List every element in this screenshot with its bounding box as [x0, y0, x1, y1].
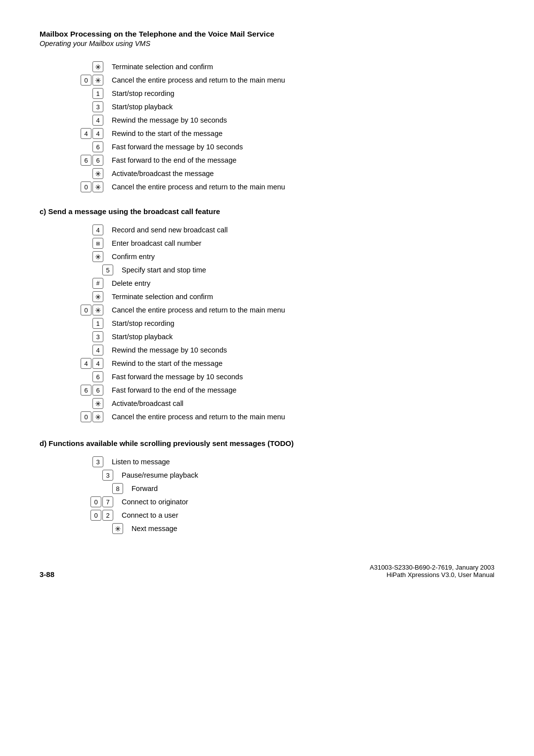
list-item: ✳ Confirm entry — [40, 251, 494, 262]
list-item: ✳ Activate/broadcast the message — [40, 168, 494, 179]
list-item: 0✳ Cancel the entire process and return … — [40, 181, 494, 192]
page-subtitle: Operating your Mailbox using VMS — [40, 40, 494, 47]
key-desc: Delete entry — [112, 279, 150, 287]
key-3: 3 — [92, 331, 103, 342]
key-desc: Confirm entry — [112, 253, 155, 261]
key-area: 0✳ — [40, 181, 104, 192]
key-area: 44 — [40, 358, 104, 369]
key-desc: Terminate selection and confirm — [112, 63, 213, 71]
key-0: 0 — [81, 75, 91, 86]
key-desc: Activate/broadcast the message — [112, 170, 214, 178]
list-item: 66 Fast forward to the end of the messag… — [40, 385, 494, 396]
key-area: ⊞ — [40, 238, 104, 249]
list-item: 6 Fast forward the message by 10 seconds — [40, 371, 494, 382]
list-item: 66 Fast forward to the end of the messag… — [40, 155, 494, 166]
key-5: 5 — [102, 265, 113, 275]
key-star: ✳ — [92, 168, 103, 179]
section-c-heading: d) Functions available while scrolling p… — [40, 439, 494, 447]
key-desc: Fast forward the message by 10 seconds — [112, 143, 243, 151]
key-1: 1 — [92, 88, 103, 99]
key-desc: Terminate selection and confirm — [112, 293, 213, 301]
footer-right: A31003-S2330-B690-2-7619, January 2003 H… — [370, 564, 494, 578]
list-item: 3 Start/stop playback — [40, 331, 494, 342]
key-desc: Pause/resume playback — [122, 471, 198, 479]
list-item: 3 Listen to message — [40, 456, 494, 467]
list-item: 3 Pause/resume playback — [40, 470, 494, 481]
list-item: 8 Forward — [40, 483, 494, 494]
key-7: 7 — [102, 496, 113, 507]
key-area: 02 — [40, 510, 114, 521]
key-3: 3 — [102, 470, 113, 481]
key-desc: Next message — [132, 525, 178, 533]
key-area: 5 — [40, 265, 114, 275]
key-star: ✳ — [92, 305, 103, 315]
key-0: 0 — [81, 305, 91, 315]
key-desc: Rewind the message by 10 seconds — [112, 346, 227, 354]
key-4: 4 — [92, 128, 103, 139]
key-desc: Connect to originator — [122, 498, 188, 506]
list-item: ✳ Next message — [40, 523, 494, 534]
key-area: 3 — [40, 331, 104, 342]
key-6: 6 — [92, 155, 103, 166]
key-area: ✳ — [40, 251, 104, 262]
key-desc: Rewind to the start of the message — [112, 359, 222, 367]
page-title: Mailbox Processing on the Telephone and … — [40, 30, 494, 39]
footer-ref: A31003-S2330-B690-2-7619, January 2003 — [370, 564, 494, 571]
key-area: 3 — [40, 470, 114, 481]
key-desc: Cancel the entire process and return to … — [112, 306, 285, 314]
list-item: 0✳ Cancel the entire process and return … — [40, 75, 494, 86]
key-area: 4 — [40, 224, 104, 235]
key-area: ✳ — [40, 168, 104, 179]
key-desc: Rewind to the start of the message — [112, 130, 222, 137]
list-item: 0✳ Cancel the entire process and return … — [40, 305, 494, 315]
key-area: 44 — [40, 128, 104, 139]
key-star: ✳ — [112, 523, 123, 534]
key-area: 1 — [40, 88, 104, 99]
key-6: 6 — [92, 141, 103, 152]
key-area: 66 — [40, 155, 104, 166]
key-8: 8 — [112, 483, 123, 494]
key-star: ✳ — [92, 181, 103, 192]
key-area: ✳ — [40, 398, 104, 409]
key-6: 6 — [92, 385, 103, 396]
key-area: 6 — [40, 141, 104, 152]
key-desc: Cancel the entire process and return to … — [112, 183, 285, 191]
key-area: 0✳ — [40, 411, 104, 422]
key-desc: Forward — [132, 485, 158, 492]
key-0: 0 — [90, 510, 101, 521]
list-item: 4 Rewind the message by 10 seconds — [40, 115, 494, 126]
key-area: # — [40, 278, 104, 289]
section-c-list: 3 Listen to message 3 Pause/resume playb… — [40, 456, 494, 534]
key-3: 3 — [92, 101, 103, 112]
key-6: 6 — [81, 385, 91, 396]
page-number: 3-88 — [40, 570, 54, 578]
footer-product: HiPath Xpressions V3.0, User Manual — [370, 571, 494, 578]
key-desc: Cancel the entire process and return to … — [112, 76, 285, 84]
list-item: ✳ Terminate selection and confirm — [40, 61, 494, 72]
key-0: 0 — [90, 496, 101, 507]
key-area: ✳ — [40, 523, 124, 534]
key-desc: Fast forward to the end of the message — [112, 386, 236, 394]
key-desc: Fast forward to the end of the message — [112, 156, 236, 164]
key-star: ✳ — [92, 61, 103, 72]
key-desc: Start/stop playback — [112, 333, 173, 341]
key-6: 6 — [92, 371, 103, 382]
key-star: ✳ — [92, 291, 103, 302]
key-star: ✳ — [92, 75, 103, 86]
key-desc: Activate/broadcast call — [112, 400, 183, 407]
key-4: 4 — [92, 115, 103, 126]
key-star: ✳ — [92, 398, 103, 409]
key-desc: Connect to a user — [122, 511, 178, 519]
key-area: 07 — [40, 496, 114, 507]
key-grid: ⊞ — [92, 238, 103, 249]
key-4: 4 — [92, 358, 103, 369]
key-4: 4 — [81, 128, 91, 139]
key-6: 6 — [81, 155, 91, 166]
key-desc: Fast forward the message by 10 seconds — [112, 373, 243, 381]
key-hash: # — [92, 278, 103, 289]
key-1: 1 — [92, 318, 103, 329]
list-item: 0✳ Cancel the entire process and return … — [40, 411, 494, 422]
key-area: 66 — [40, 385, 104, 396]
key-4: 4 — [92, 345, 103, 356]
key-4: 4 — [81, 358, 91, 369]
